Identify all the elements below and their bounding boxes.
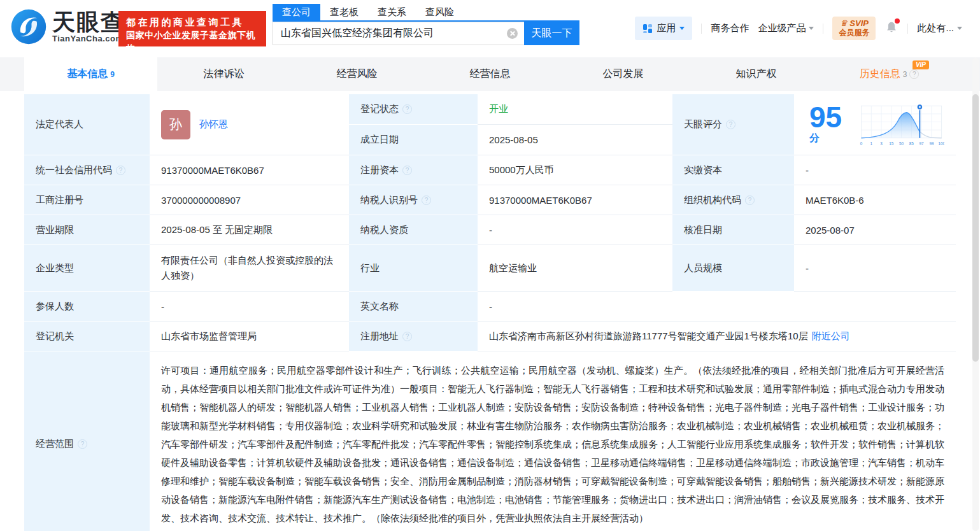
logo-domain: TianYanCha.com bbox=[52, 34, 125, 43]
field-label: 企业类型 bbox=[36, 262, 74, 274]
user-menu[interactable]: 此处有... bbox=[917, 22, 962, 34]
value-insured-count: - bbox=[150, 292, 349, 322]
svip-member-service[interactable]: ♛ SVIP 会员服务 bbox=[832, 17, 876, 40]
help-icon[interactable]: ? bbox=[402, 332, 412, 341]
help-icon[interactable]: ? bbox=[78, 439, 87, 449]
help-icon[interactable]: ? bbox=[422, 195, 431, 205]
field-value: MAET6K0B-6 bbox=[806, 195, 864, 206]
score-unit: 分 bbox=[809, 132, 820, 143]
label-legal-representative: 法定代表人 bbox=[24, 94, 150, 155]
field-label: 登记状态 bbox=[360, 103, 399, 115]
label-paid-capital: 实缴资本 bbox=[672, 155, 794, 185]
label-tianyan-score: 天眼评分 ? bbox=[672, 94, 794, 155]
help-icon[interactable]: ? bbox=[745, 195, 755, 205]
value-organization-code: MAET6K0B-6 bbox=[794, 185, 956, 215]
divider bbox=[823, 24, 823, 34]
value-registration-authority: 山东省市场监督管理局 bbox=[150, 322, 349, 351]
tab-legal-proceedings[interactable]: 法律诉讼 bbox=[157, 57, 290, 91]
legal-representative-link[interactable]: 孙怀恩 bbox=[199, 118, 228, 131]
value-paid-capital: - bbox=[794, 155, 956, 185]
field-value: - bbox=[161, 301, 164, 312]
help-icon[interactable]: ? bbox=[909, 69, 919, 79]
search-tabs: 查公司 查老板 查关系 查风险 bbox=[273, 4, 579, 22]
help-icon[interactable]: ? bbox=[116, 166, 125, 175]
tab-label: 法律诉讼 bbox=[204, 67, 245, 81]
help-icon[interactable]: ? bbox=[402, 166, 412, 175]
field-value: 2025-08-07 bbox=[806, 225, 855, 236]
tab-label: 公司发展 bbox=[603, 67, 644, 81]
field-value: - bbox=[489, 301, 492, 312]
field-value: 91370000MAET6K0B67 bbox=[489, 195, 592, 206]
search-tab-boss[interactable]: 查老板 bbox=[320, 4, 368, 20]
basic-info-section: 法定代表人 孙 孙怀恩 登记状态 ? 开业 成立日期 2025-08-05 天眼… bbox=[0, 91, 980, 531]
tab-company-development[interactable]: 公司发展 bbox=[557, 57, 690, 91]
value-company-type: 有限责任公司（非自然人投资或控股的法人独资） bbox=[150, 245, 349, 292]
svip-sublabel: 会员服务 bbox=[839, 28, 869, 37]
field-label: 实缴资本 bbox=[684, 164, 722, 176]
value-taxpayer-qualification: - bbox=[478, 215, 672, 245]
apps-grid-icon bbox=[643, 24, 653, 34]
notification-bell[interactable] bbox=[884, 20, 898, 36]
divider bbox=[907, 24, 908, 34]
field-value: 2025-08-05 bbox=[489, 134, 538, 145]
apps-menu[interactable]: 应用 bbox=[635, 17, 692, 40]
label-english-name: 英文名称 bbox=[349, 292, 478, 322]
slogan-line2: 国家中小企业发展子基金旗下机构 bbox=[126, 29, 260, 55]
field-label: 工商注册号 bbox=[36, 194, 83, 206]
vip-badge: VIP bbox=[913, 60, 929, 69]
search-button[interactable]: 天眼一下 bbox=[524, 22, 579, 45]
nearby-companies-link[interactable]: 附近公司 bbox=[812, 330, 850, 343]
logo-name: 天眼查 bbox=[52, 11, 125, 34]
score-distribution-chart: 0 1 3 15 50 85 97 99 100 bbox=[858, 98, 944, 152]
help-icon[interactable]: ? bbox=[726, 120, 735, 129]
svg-text:50: 50 bbox=[899, 141, 904, 145]
label-business-scope: 经营范围 ? bbox=[24, 351, 150, 531]
help-icon[interactable]: ? bbox=[402, 104, 412, 114]
svg-text:0: 0 bbox=[860, 141, 863, 145]
svg-text:85: 85 bbox=[909, 141, 914, 145]
field-value: 2025-08-05 至 无固定期限 bbox=[161, 224, 273, 236]
page-scrollbar bbox=[972, 57, 979, 531]
label-staff-size: 人员规模 bbox=[672, 245, 794, 292]
value-business-term: 2025-08-05 至 无固定期限 bbox=[150, 215, 349, 245]
score-value: 95 bbox=[809, 101, 842, 134]
value-registration-number: 370000000008907 bbox=[150, 185, 349, 215]
label-taxpayer-qualification: 纳税人资质 bbox=[349, 215, 478, 245]
slogan-banner: 都在用的商业查询工具 国家中小企业发展子基金旗下机构 bbox=[118, 11, 266, 46]
chevron-down-icon bbox=[957, 27, 962, 30]
field-label: 营业期限 bbox=[36, 224, 74, 236]
search-row: 天眼一下 bbox=[273, 22, 579, 45]
search-tab-relation[interactable]: 查关系 bbox=[368, 4, 416, 20]
clear-icon[interactable] bbox=[507, 28, 518, 39]
label-business-term: 营业期限 bbox=[24, 215, 150, 245]
search-input[interactable] bbox=[273, 22, 524, 45]
tab-intellectual-property[interactable]: 知识产权 bbox=[690, 57, 823, 91]
value-business-scope: 许可项目：通用航空服务；民用航空器零部件设计和生产；飞行训练；公共航空运输；民用… bbox=[150, 351, 956, 531]
field-value: 山东省市场监督管理局 bbox=[161, 330, 257, 343]
tab-business-info[interactable]: 经营信息 bbox=[423, 57, 557, 91]
search-tab-risk[interactable]: 查风险 bbox=[416, 4, 464, 20]
svg-text:99: 99 bbox=[929, 141, 934, 145]
field-label: 经营范围 bbox=[36, 438, 74, 450]
divider bbox=[701, 24, 702, 34]
nav-enterprise-products[interactable]: 企业级产品 bbox=[758, 22, 814, 34]
value-legal-representative: 孙 孙怀恩 bbox=[150, 94, 349, 155]
tab-history-info[interactable]: VIP 历史信息 3 ? bbox=[823, 57, 956, 91]
label-establishment-date: 成立日期 bbox=[349, 125, 478, 155]
value-industry: 航空运输业 bbox=[478, 245, 672, 292]
nav-cooperation[interactable]: 商务合作 bbox=[711, 22, 749, 34]
tab-label: 经营风险 bbox=[337, 67, 378, 81]
scrollbar-thumb[interactable] bbox=[972, 94, 979, 362]
tab-basic-info[interactable]: 基本信息 9 bbox=[24, 57, 157, 91]
header-nav: 应用 商务合作 企业级产品 ♛ SVIP 会员服务 此处有... bbox=[635, 17, 962, 40]
label-registration-number: 工商注册号 bbox=[24, 185, 150, 215]
field-label: 登记机关 bbox=[36, 330, 74, 343]
field-label: 核准日期 bbox=[684, 224, 722, 236]
label-credit-code: 统一社会信用代码 ? bbox=[24, 155, 150, 185]
tianyancha-logo-icon bbox=[10, 8, 47, 45]
notification-dot bbox=[895, 18, 900, 24]
search-tab-company[interactable]: 查公司 bbox=[273, 4, 320, 20]
tab-operating-risk[interactable]: 经营风险 bbox=[290, 57, 423, 91]
tianyancha-logo[interactable]: 天眼查 TianYanCha.com bbox=[10, 8, 125, 45]
avatar[interactable]: 孙 bbox=[161, 110, 190, 139]
